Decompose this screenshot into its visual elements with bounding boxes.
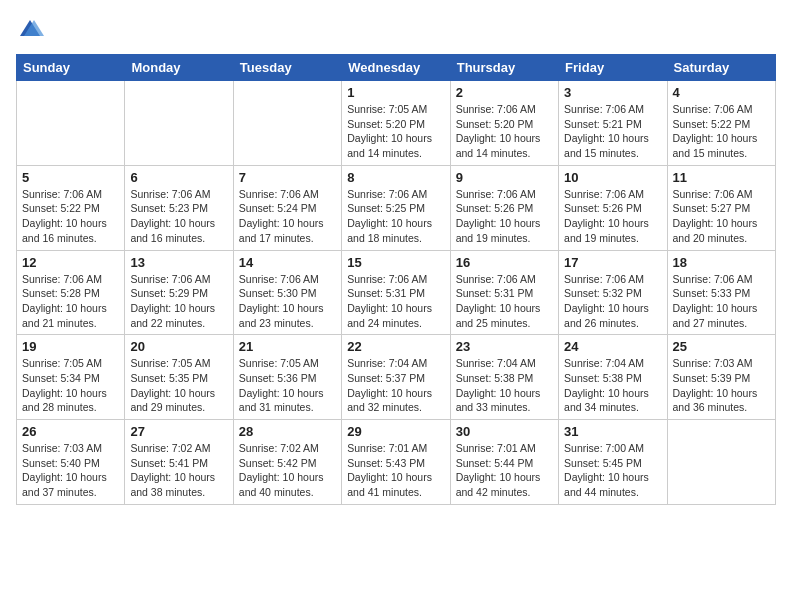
day-info-text: and 37 minutes. (22, 485, 119, 500)
calendar-cell: 11Sunrise: 7:06 AMSunset: 5:27 PMDayligh… (667, 165, 775, 250)
day-info-text: Sunset: 5:44 PM (456, 456, 553, 471)
day-info-text: Daylight: 10 hours (130, 470, 227, 485)
calendar-cell (667, 420, 775, 505)
day-info-text: and 16 minutes. (130, 231, 227, 246)
calendar-day-header: Thursday (450, 55, 558, 81)
day-number: 16 (456, 255, 553, 270)
day-number: 22 (347, 339, 444, 354)
calendar-cell: 22Sunrise: 7:04 AMSunset: 5:37 PMDayligh… (342, 335, 450, 420)
day-info-text: Sunrise: 7:06 AM (456, 187, 553, 202)
day-info-text: Daylight: 10 hours (673, 386, 770, 401)
calendar-cell: 17Sunrise: 7:06 AMSunset: 5:32 PMDayligh… (559, 250, 667, 335)
day-info-text: and 24 minutes. (347, 316, 444, 331)
day-info-text: Sunset: 5:25 PM (347, 201, 444, 216)
day-number: 9 (456, 170, 553, 185)
day-info-text: and 34 minutes. (564, 400, 661, 415)
day-info-text: and 28 minutes. (22, 400, 119, 415)
day-info-text: and 31 minutes. (239, 400, 336, 415)
day-info-text: Sunrise: 7:06 AM (456, 102, 553, 117)
calendar-cell: 18Sunrise: 7:06 AMSunset: 5:33 PMDayligh… (667, 250, 775, 335)
day-info-text: Sunset: 5:42 PM (239, 456, 336, 471)
calendar-cell: 26Sunrise: 7:03 AMSunset: 5:40 PMDayligh… (17, 420, 125, 505)
day-info-text: Sunset: 5:27 PM (673, 201, 770, 216)
day-info-text: Sunrise: 7:06 AM (347, 187, 444, 202)
day-info-text: and 25 minutes. (456, 316, 553, 331)
day-number: 3 (564, 85, 661, 100)
logo-icon (16, 16, 44, 44)
day-number: 5 (22, 170, 119, 185)
day-info-text: and 15 minutes. (564, 146, 661, 161)
day-info-text: Sunrise: 7:06 AM (22, 272, 119, 287)
day-info-text: Sunset: 5:23 PM (130, 201, 227, 216)
day-info-text: Daylight: 10 hours (239, 216, 336, 231)
calendar-cell (233, 81, 341, 166)
day-number: 15 (347, 255, 444, 270)
day-number: 18 (673, 255, 770, 270)
day-number: 7 (239, 170, 336, 185)
day-info-text: Daylight: 10 hours (347, 470, 444, 485)
day-number: 29 (347, 424, 444, 439)
day-info-text: Sunset: 5:39 PM (673, 371, 770, 386)
day-number: 13 (130, 255, 227, 270)
day-info-text: Daylight: 10 hours (673, 301, 770, 316)
day-info-text: Daylight: 10 hours (22, 470, 119, 485)
day-info-text: Sunset: 5:31 PM (456, 286, 553, 301)
day-info-text: Sunrise: 7:00 AM (564, 441, 661, 456)
calendar-cell: 7Sunrise: 7:06 AMSunset: 5:24 PMDaylight… (233, 165, 341, 250)
day-info-text: and 33 minutes. (456, 400, 553, 415)
calendar-day-header: Wednesday (342, 55, 450, 81)
day-info-text: Daylight: 10 hours (22, 301, 119, 316)
calendar-cell: 31Sunrise: 7:00 AMSunset: 5:45 PMDayligh… (559, 420, 667, 505)
day-number: 27 (130, 424, 227, 439)
day-info-text: and 19 minutes. (564, 231, 661, 246)
day-info-text: and 42 minutes. (456, 485, 553, 500)
day-info-text: and 36 minutes. (673, 400, 770, 415)
day-info-text: Sunset: 5:33 PM (673, 286, 770, 301)
day-info-text: Sunrise: 7:04 AM (564, 356, 661, 371)
day-info-text: Daylight: 10 hours (456, 386, 553, 401)
calendar-cell: 8Sunrise: 7:06 AMSunset: 5:25 PMDaylight… (342, 165, 450, 250)
calendar-cell: 23Sunrise: 7:04 AMSunset: 5:38 PMDayligh… (450, 335, 558, 420)
calendar-cell: 3Sunrise: 7:06 AMSunset: 5:21 PMDaylight… (559, 81, 667, 166)
day-info-text: Sunset: 5:26 PM (456, 201, 553, 216)
day-info-text: and 21 minutes. (22, 316, 119, 331)
day-info-text: Sunrise: 7:03 AM (673, 356, 770, 371)
day-info-text: Daylight: 10 hours (239, 301, 336, 316)
day-info-text: Sunrise: 7:04 AM (456, 356, 553, 371)
calendar-cell: 19Sunrise: 7:05 AMSunset: 5:34 PMDayligh… (17, 335, 125, 420)
day-info-text: and 23 minutes. (239, 316, 336, 331)
day-number: 21 (239, 339, 336, 354)
day-info-text: Sunrise: 7:04 AM (347, 356, 444, 371)
day-info-text: Sunrise: 7:01 AM (456, 441, 553, 456)
day-info-text: and 26 minutes. (564, 316, 661, 331)
calendar-cell (125, 81, 233, 166)
day-info-text: and 32 minutes. (347, 400, 444, 415)
day-info-text: Sunset: 5:40 PM (22, 456, 119, 471)
day-number: 25 (673, 339, 770, 354)
day-info-text: and 17 minutes. (239, 231, 336, 246)
day-info-text: Sunset: 5:32 PM (564, 286, 661, 301)
day-info-text: Sunset: 5:36 PM (239, 371, 336, 386)
day-info-text: Sunrise: 7:06 AM (456, 272, 553, 287)
day-info-text: and 15 minutes. (673, 146, 770, 161)
day-info-text: Sunrise: 7:06 AM (347, 272, 444, 287)
calendar-week-row: 26Sunrise: 7:03 AMSunset: 5:40 PMDayligh… (17, 420, 776, 505)
calendar-header-row: SundayMondayTuesdayWednesdayThursdayFrid… (17, 55, 776, 81)
day-info-text: Daylight: 10 hours (130, 301, 227, 316)
day-info-text: and 41 minutes. (347, 485, 444, 500)
day-info-text: Sunset: 5:31 PM (347, 286, 444, 301)
calendar-cell: 13Sunrise: 7:06 AMSunset: 5:29 PMDayligh… (125, 250, 233, 335)
day-info-text: Sunrise: 7:06 AM (564, 102, 661, 117)
day-number: 6 (130, 170, 227, 185)
day-number: 12 (22, 255, 119, 270)
day-info-text: Daylight: 10 hours (456, 470, 553, 485)
day-info-text: Sunset: 5:34 PM (22, 371, 119, 386)
calendar-day-header: Friday (559, 55, 667, 81)
day-info-text: and 29 minutes. (130, 400, 227, 415)
day-number: 26 (22, 424, 119, 439)
calendar-cell: 2Sunrise: 7:06 AMSunset: 5:20 PMDaylight… (450, 81, 558, 166)
day-info-text: Sunset: 5:22 PM (22, 201, 119, 216)
day-info-text: Daylight: 10 hours (673, 216, 770, 231)
day-info-text: Daylight: 10 hours (347, 386, 444, 401)
day-info-text: Sunset: 5:41 PM (130, 456, 227, 471)
